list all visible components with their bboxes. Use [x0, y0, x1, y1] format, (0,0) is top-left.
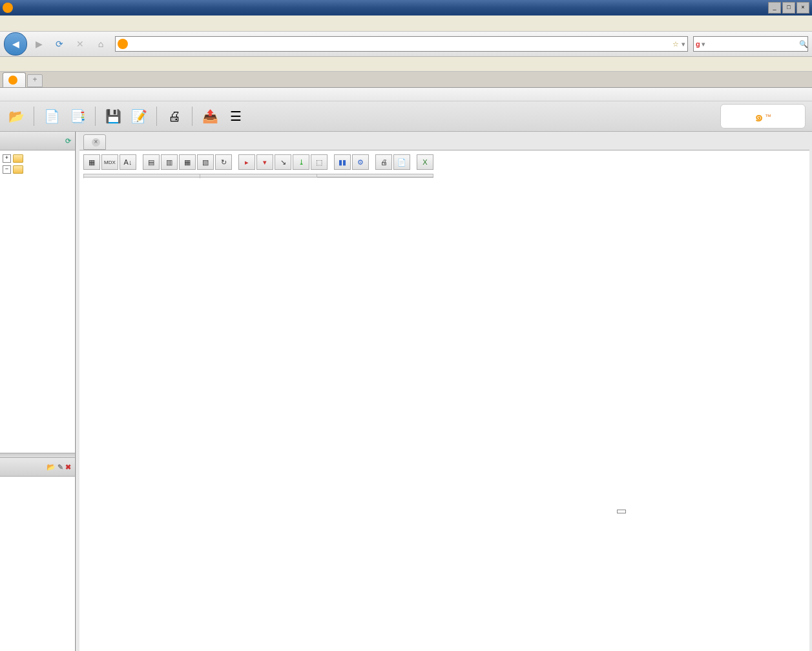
col-product[interactable] — [84, 174, 200, 178]
files-delete-icon[interactable]: ✖ — [65, 463, 71, 471]
main-panel: × ▦ MDX A↓ ▤ ▥ ▦ ▧ ↻ ▸ ▾ ↘ — [76, 132, 812, 651]
swap-axes-button[interactable]: ↻ — [215, 154, 232, 170]
new-tab-button[interactable]: + — [27, 74, 43, 87]
layout-3-button[interactable]: ▦ — [179, 154, 196, 170]
browse-panel-header: ⟳ — [0, 132, 75, 150]
pivot-table — [83, 174, 433, 178]
tree-node[interactable]: − — [1, 164, 74, 175]
firefox-navbar: ◀ ▶ ⟳ ✕ ⌂ ☆ ▾ g ▾ 🔍 — [0, 32, 812, 57]
workspace-button[interactable]: 📤 — [199, 105, 221, 128]
drill-through-button[interactable]: ⤓ — [293, 154, 309, 170]
content-tabbar: × — [77, 132, 812, 150]
tree-node[interactable]: + — [1, 153, 74, 164]
search-dropdown-icon[interactable]: ▾ — [702, 40, 705, 48]
bookmark-star-icon[interactable]: ☆ — [672, 40, 679, 48]
search-box[interactable]: g ▾ 🔍 — [693, 36, 808, 52]
url-dropdown-icon[interactable]: ▾ — [682, 40, 685, 48]
stop-button[interactable]: ✕ — [71, 35, 89, 53]
save-as-button[interactable]: 📝 — [128, 105, 150, 128]
search-input[interactable] — [707, 39, 799, 48]
window-titlebar: _ □ × — [0, 0, 812, 16]
pentaho-swirl-icon: ๑ — [755, 105, 764, 128]
suppress-empty-button[interactable]: ⬚ — [311, 154, 328, 170]
reload-button[interactable]: ⟳ — [50, 35, 68, 53]
chart-button[interactable]: ▮▮ — [334, 154, 351, 170]
print-pdf-button[interactable]: 📄 — [393, 154, 410, 170]
files-panel-header: 📂 ✎ ✖ — [0, 458, 75, 477]
layout-2-button[interactable]: ▥ — [161, 154, 178, 170]
refresh-browse-icon[interactable]: ⟳ — [65, 137, 71, 145]
browse-tree: + − — [0, 150, 75, 453]
save-button[interactable]: 💾 — [102, 105, 124, 128]
col-group-markets[interactable] — [317, 174, 433, 178]
chart-config-button[interactable]: ⚙ — [352, 154, 369, 170]
expand-icon[interactable]: + — [3, 154, 11, 163]
new-analysis-button[interactable]: 📑 — [67, 105, 88, 128]
content-tab[interactable]: × — [83, 134, 106, 150]
home-button[interactable]: ⌂ — [92, 35, 110, 53]
content-body: ▦ MDX A↓ ▤ ▥ ▦ ▧ ↻ ▸ ▾ ↘ ⤓ ⬚ ▮▮ — [79, 150, 809, 651]
url-bar[interactable]: ☆ ▾ — [115, 36, 688, 52]
tab-favicon-icon — [8, 76, 17, 85]
mdx-button[interactable]: MDX — [101, 154, 118, 170]
pentaho-logo: ๑ ™ — [720, 104, 806, 129]
forward-button[interactable]: ▶ — [30, 35, 48, 53]
layout-button[interactable]: ☰ — [225, 105, 247, 128]
stacked-bar-chart — [437, 154, 806, 503]
pentaho-toolbar: 📂 📄 📑 💾 📝 🖨 📤 ☰ ๑ ™ — [0, 101, 812, 132]
firefox-menubar — [0, 16, 812, 32]
analysis-toolbar: ▦ MDX A↓ ▤ ▥ ▦ ▧ ↻ ▸ ▾ ↘ ⤓ ⬚ ▮▮ — [83, 154, 433, 170]
cube-nav-button[interactable]: ▦ — [83, 154, 100, 170]
search-go-icon[interactable]: 🔍 — [799, 40, 808, 48]
browser-tabbar: + — [0, 72, 812, 88]
files-list — [0, 477, 75, 651]
files-edit-icon[interactable]: ✎ — [57, 463, 63, 471]
files-open-icon[interactable]: 📂 — [47, 463, 56, 471]
favicon-icon — [118, 39, 128, 49]
close-button[interactable]: × — [796, 2, 809, 14]
excel-button[interactable]: X — [417, 154, 433, 170]
layout-4-button[interactable]: ▧ — [197, 154, 214, 170]
browser-tab[interactable] — [3, 72, 26, 87]
close-tab-icon[interactable]: × — [92, 138, 100, 147]
print-config-button[interactable]: 🖨 — [375, 154, 392, 170]
google-icon: g — [696, 40, 700, 48]
pentaho-menubar — [0, 88, 812, 101]
bookmarks-bar — [0, 57, 812, 72]
drill-position-button[interactable]: ▾ — [256, 154, 273, 170]
left-panel: ⟳ + − 📂 ✎ ✖ — [0, 132, 76, 651]
drill-member-button[interactable]: ▸ — [238, 154, 255, 170]
folder-icon — [13, 165, 23, 174]
chart-legend — [617, 510, 626, 513]
chart-area — [437, 154, 806, 515]
layout-1-button[interactable]: ▤ — [143, 154, 160, 170]
folder-icon — [13, 154, 23, 163]
col-time[interactable] — [200, 174, 317, 178]
collapse-icon[interactable]: − — [3, 165, 11, 174]
firefox-icon — [3, 3, 13, 13]
back-button[interactable]: ◀ — [4, 32, 27, 56]
minimize-button[interactable]: _ — [768, 2, 781, 14]
url-input[interactable] — [130, 39, 672, 48]
drill-replace-button[interactable]: ↘ — [275, 154, 291, 170]
maximize-button[interactable]: □ — [782, 2, 795, 14]
new-report-button[interactable]: 📄 — [41, 105, 63, 128]
new-folder-button[interactable]: 📂 — [5, 105, 27, 128]
sort-button[interactable]: A↓ — [120, 154, 136, 170]
panel-splitter[interactable] — [0, 453, 75, 458]
print-button[interactable]: 🖨 — [163, 105, 185, 128]
